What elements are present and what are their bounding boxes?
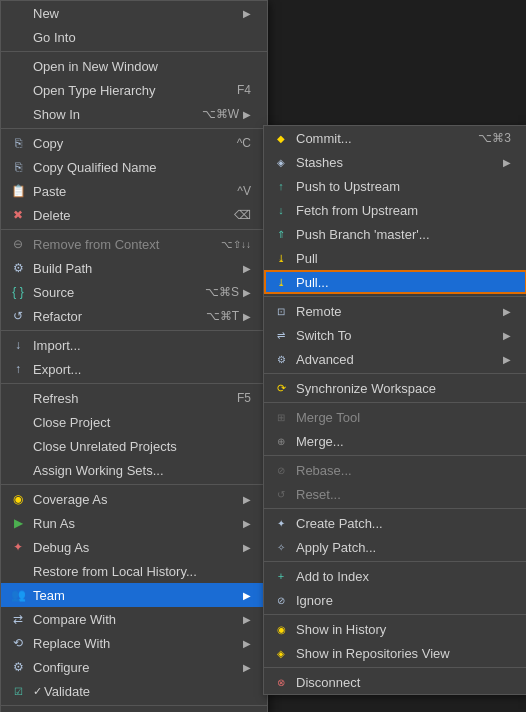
menu-item-create-patch[interactable]: ✦ Create Patch... xyxy=(264,511,526,535)
menu-item-pull-noedit[interactable]: ⤓ Pull xyxy=(264,246,526,270)
menu-item-disconnect[interactable]: ⊗ Disconnect xyxy=(264,670,526,694)
menu-item-open-window[interactable]: Open in New Window xyxy=(1,54,267,78)
source-icon: { } xyxy=(9,283,27,301)
refactor-shortcut: ⌥⌘T xyxy=(206,309,239,323)
menu-item-refresh[interactable]: Refresh F5 xyxy=(1,386,267,410)
show-repos-icon: ◈ xyxy=(272,644,290,662)
menu-item-fetch-upstream[interactable]: ↓ Fetch from Upstream xyxy=(264,198,526,222)
right-separator-7 xyxy=(264,614,526,615)
menu-item-rebase-label: Rebase... xyxy=(296,463,511,478)
menu-item-go-into[interactable]: Go Into xyxy=(1,25,267,49)
menu-item-open-hierarchy[interactable]: Open Type Hierarchy F4 xyxy=(1,78,267,102)
menu-item-restore-history[interactable]: Restore from Local History... xyxy=(1,559,267,583)
menu-item-coverage[interactable]: ◉ Coverage As ▶ xyxy=(1,487,267,511)
menu-item-advanced-label: Advanced xyxy=(296,352,499,367)
menu-item-push-upstream[interactable]: ↑ Push to Upstream xyxy=(264,174,526,198)
menu-item-configure[interactable]: ⚙ Configure ▶ xyxy=(1,655,267,679)
menu-item-apply-patch-label: Apply Patch... xyxy=(296,540,511,555)
menu-item-commit-label: Commit... xyxy=(296,131,462,146)
push-branch-icon: ⇑ xyxy=(272,225,290,243)
menu-item-import[interactable]: ↓ Import... xyxy=(1,333,267,357)
menu-item-ignore-label: Ignore xyxy=(296,593,511,608)
menu-item-replace[interactable]: ⟲ Replace With ▶ xyxy=(1,631,267,655)
menu-item-validate[interactable]: ☑ ✓ Validate xyxy=(1,679,267,703)
menu-item-switch-to[interactable]: ⇌ Switch To ▶ xyxy=(264,323,526,347)
separator-6 xyxy=(1,484,267,485)
right-separator-1 xyxy=(264,296,526,297)
menu-item-apply-patch[interactable]: ✧ Apply Patch... xyxy=(264,535,526,559)
assign-working-icon xyxy=(9,461,27,479)
coverage-arrow: ▶ xyxy=(243,494,251,505)
menu-item-coverage-label: Coverage As xyxy=(33,492,239,507)
menu-item-remote[interactable]: ⊡ Remote ▶ xyxy=(264,299,526,323)
menu-item-run-as-label: Run As xyxy=(33,516,239,531)
copy-icon: ⎘ xyxy=(9,134,27,152)
menu-item-push-upstream-label: Push to Upstream xyxy=(296,179,511,194)
menu-item-properties[interactable]: ℹ Properties ⌘I xyxy=(1,708,267,712)
menu-item-go-into-label: Go Into xyxy=(33,30,251,45)
menu-item-advanced[interactable]: ⚙ Advanced ▶ xyxy=(264,347,526,371)
menu-item-compare[interactable]: ⇄ Compare With ▶ xyxy=(1,607,267,631)
menu-item-add-to-index[interactable]: + Add to Index xyxy=(264,564,526,588)
menu-item-copy[interactable]: ⎘ Copy ^C xyxy=(1,131,267,155)
menu-item-delete[interactable]: ✖ Delete ⌫ xyxy=(1,203,267,227)
menu-item-paste[interactable]: 📋 Paste ^V xyxy=(1,179,267,203)
source-shortcut: ⌥⌘S xyxy=(205,285,239,299)
refresh-icon xyxy=(9,389,27,407)
separator-2 xyxy=(1,128,267,129)
switch-to-icon: ⇌ xyxy=(272,326,290,344)
menu-item-assign-working-label: Assign Working Sets... xyxy=(33,463,251,478)
new-arrow: ▶ xyxy=(243,8,251,19)
menu-item-switch-to-label: Switch To xyxy=(296,328,499,343)
menu-item-show-repos-label: Show in Repositories View xyxy=(296,646,511,661)
menu-item-merge-tool: ⊞ Merge Tool xyxy=(264,405,526,429)
menu-item-ignore[interactable]: ⊘ Ignore xyxy=(264,588,526,612)
menu-item-run-as[interactable]: ▶ Run As ▶ xyxy=(1,511,267,535)
menu-item-merge-label: Merge... xyxy=(296,434,511,449)
menu-item-show-repos[interactable]: ◈ Show in Repositories View xyxy=(264,641,526,665)
menu-item-open-window-label: Open in New Window xyxy=(33,59,251,74)
menu-item-debug-as[interactable]: ✦ Debug As ▶ xyxy=(1,535,267,559)
menu-item-refactor-label: Refactor xyxy=(33,309,190,324)
menu-item-build-path-label: Build Path xyxy=(33,261,239,276)
menu-item-export[interactable]: ↑ Export... xyxy=(1,357,267,381)
menu-item-stashes[interactable]: ◈ Stashes ▶ xyxy=(264,150,526,174)
menu-item-close-unrelated[interactable]: Close Unrelated Projects xyxy=(1,434,267,458)
menu-item-merge-tool-label: Merge Tool xyxy=(296,410,511,425)
menu-item-team[interactable]: 👥 Team ▶ xyxy=(1,583,267,607)
team-icon: 👥 xyxy=(9,586,27,604)
stashes-icon: ◈ xyxy=(272,153,290,171)
menu-item-disconnect-label: Disconnect xyxy=(296,675,511,690)
left-context-menu: New ▶ Go Into Open in New Window Open Ty… xyxy=(0,0,268,712)
menu-item-copy-qualified[interactable]: ⎘ Copy Qualified Name xyxy=(1,155,267,179)
right-separator-4 xyxy=(264,455,526,456)
menu-item-replace-label: Replace With xyxy=(33,636,239,651)
sync-workspace-icon: ⟳ xyxy=(272,379,290,397)
run-as-icon: ▶ xyxy=(9,514,27,532)
menu-item-sync-workspace[interactable]: ⟳ Synchronize Workspace xyxy=(264,376,526,400)
menu-item-close-project[interactable]: Close Project xyxy=(1,410,267,434)
menu-item-refactor[interactable]: ↺ Refactor ⌥⌘T ▶ xyxy=(1,304,267,328)
menu-item-show-history[interactable]: ◉ Show in History xyxy=(264,617,526,641)
menu-item-show-in[interactable]: Show In ⌥⌘W ▶ xyxy=(1,102,267,126)
coverage-icon: ◉ xyxy=(9,490,27,508)
remove-context-icon: ⊖ xyxy=(9,235,27,253)
menu-item-pull[interactable]: ⤓ Pull... xyxy=(264,270,526,294)
paste-shortcut: ^V xyxy=(237,184,251,198)
menu-item-reset-label: Reset... xyxy=(296,487,511,502)
remove-context-shortcut: ⌥⇧↓↓ xyxy=(221,239,251,250)
menu-item-merge[interactable]: ⊕ Merge... xyxy=(264,429,526,453)
menu-item-build-path[interactable]: ⚙ Build Path ▶ xyxy=(1,256,267,280)
menu-item-open-hierarchy-label: Open Type Hierarchy xyxy=(33,83,221,98)
remote-icon: ⊡ xyxy=(272,302,290,320)
menu-item-new[interactable]: New ▶ xyxy=(1,1,267,25)
menu-item-sync-workspace-label: Synchronize Workspace xyxy=(296,381,511,396)
menu-item-push-branch[interactable]: ⇑ Push Branch 'master'... xyxy=(264,222,526,246)
menu-item-rebase: ⊘ Rebase... xyxy=(264,458,526,482)
copy-shortcut: ^C xyxy=(237,136,251,150)
merge-tool-icon: ⊞ xyxy=(272,408,290,426)
menu-item-source[interactable]: { } Source ⌥⌘S ▶ xyxy=(1,280,267,304)
menu-item-assign-working[interactable]: Assign Working Sets... xyxy=(1,458,267,482)
menu-item-commit[interactable]: ◆ Commit... ⌥⌘3 xyxy=(264,126,526,150)
compare-icon: ⇄ xyxy=(9,610,27,628)
